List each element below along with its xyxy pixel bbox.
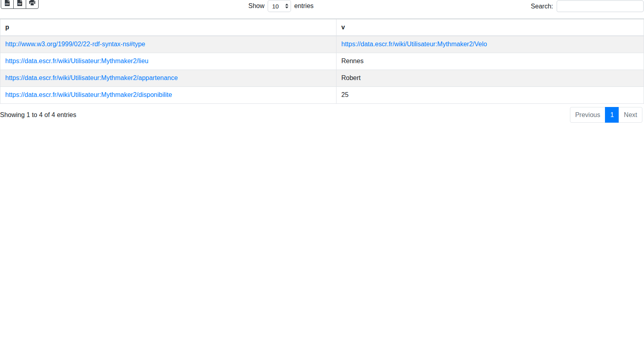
- page-length-label-after: entries: [294, 2, 314, 10]
- pagination: Previous 1 Next: [570, 107, 642, 123]
- value-cell: Robert: [336, 70, 644, 86]
- table-row: https://data.escr.fr/wiki/Utilisateur:My…: [0, 53, 644, 70]
- svg-text:PDF: PDF: [18, 3, 21, 5]
- export-button-group: CSV PDF: [1, 0, 39, 9]
- predicate-link[interactable]: https://data.escr.fr/wiki/Utilisateur:My…: [5, 91, 172, 98]
- pagination-page-1[interactable]: 1: [605, 107, 619, 123]
- datatable-footer: Showing 1 to 4 of 4 entries Previous 1 N…: [0, 107, 644, 123]
- column-header-v[interactable]: v: [336, 19, 644, 36]
- value-cell: 25: [336, 86, 644, 103]
- search-control: Search:: [531, 0, 644, 12]
- page-length-control: Show 10 entries: [248, 0, 314, 12]
- svg-text:CSV: CSV: [5, 3, 9, 5]
- pagination-previous-label: Previous: [570, 107, 605, 123]
- table-info-text: Showing 1 to 4 of 4 entries: [0, 111, 76, 119]
- predicate-link[interactable]: https://data.escr.fr/wiki/Utilisateur:My…: [5, 58, 149, 64]
- file-pdf-icon: PDF: [17, 0, 23, 6]
- file-csv-icon: CSV: [4, 0, 10, 6]
- search-label: Search:: [531, 3, 553, 10]
- pagination-next-label: Next: [619, 107, 642, 123]
- table-row: http://www.w3.org/1999/02/22-rdf-syntax-…: [0, 36, 644, 53]
- search-input[interactable]: [557, 0, 644, 12]
- results-table: p v http://www.w3.org/1999/02/22-rdf-syn…: [0, 19, 644, 104]
- pdf-export-button[interactable]: PDF: [13, 0, 26, 9]
- pagination-previous[interactable]: Previous: [570, 107, 605, 123]
- page-length-label-before: Show: [248, 2, 264, 10]
- value-cell: Rennes: [336, 53, 644, 70]
- value-link[interactable]: https://data.escr.fr/wiki/Utilisateur:My…: [341, 41, 487, 47]
- print-icon: [29, 0, 35, 6]
- print-button[interactable]: [26, 0, 39, 9]
- datatable-toolbar: CSV PDF Show 10: [0, 0, 644, 19]
- csv-export-button[interactable]: CSV: [1, 0, 14, 9]
- pagination-next[interactable]: Next: [619, 107, 642, 123]
- header-row: p v: [0, 19, 644, 36]
- table-row: https://data.escr.fr/wiki/Utilisateur:My…: [0, 86, 644, 103]
- predicate-link[interactable]: https://data.escr.fr/wiki/Utilisateur:My…: [5, 74, 178, 81]
- page-length-select[interactable]: 10: [268, 0, 291, 12]
- table-row: https://data.escr.fr/wiki/Utilisateur:My…: [0, 70, 644, 86]
- column-header-p[interactable]: p: [0, 19, 336, 36]
- predicate-link[interactable]: http://www.w3.org/1999/02/22-rdf-syntax-…: [5, 41, 145, 47]
- pagination-page-1-label: 1: [605, 107, 619, 123]
